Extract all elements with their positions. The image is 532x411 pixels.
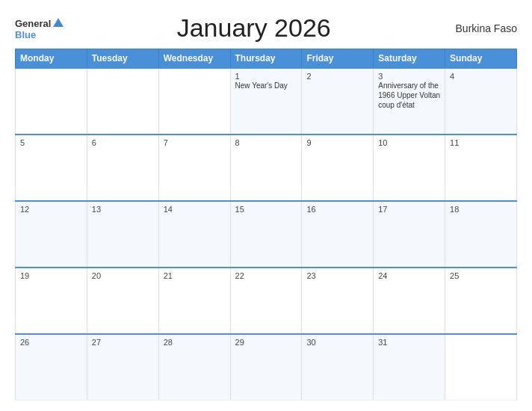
day-header-wednesday: Wednesday bbox=[158, 49, 230, 69]
day-header-monday: Monday bbox=[16, 49, 87, 69]
week-row-2: 12131415161718 bbox=[16, 201, 517, 268]
day-number: 28 bbox=[164, 338, 226, 347]
day-number: 21 bbox=[164, 271, 226, 280]
day-number: 13 bbox=[92, 205, 154, 214]
calendar-cell: 22 bbox=[230, 268, 302, 334]
calendar-cell: 6 bbox=[87, 135, 158, 201]
calendar-cell bbox=[158, 68, 230, 135]
calendar-cell: 21 bbox=[158, 268, 230, 334]
day-number: 5 bbox=[20, 138, 82, 147]
day-number: 31 bbox=[378, 338, 440, 347]
calendar-page: General Blue January 2026 Burkina Faso M… bbox=[0, 0, 532, 411]
calendar-table: MondayTuesdayWednesdayThursdayFridaySatu… bbox=[15, 49, 517, 401]
calendar-cell: 11 bbox=[445, 135, 517, 201]
week-row-1: 567891011 bbox=[16, 135, 517, 201]
calendar-cell: 12 bbox=[16, 201, 87, 268]
day-number: 17 bbox=[378, 205, 440, 214]
logo-general: General bbox=[15, 19, 51, 28]
week-row-3: 19202122232425 bbox=[16, 268, 517, 334]
day-number: 27 bbox=[92, 338, 154, 347]
calendar-title: January 2026 bbox=[65, 13, 442, 43]
day-number: 3 bbox=[378, 72, 440, 81]
header: General Blue January 2026 Burkina Faso bbox=[15, 13, 517, 43]
day-number: 30 bbox=[306, 338, 368, 347]
calendar-cell bbox=[445, 334, 517, 401]
calendar-cell bbox=[87, 68, 158, 135]
calendar-cell: 3Anniversary of the 1966 Upper Voltan co… bbox=[374, 68, 445, 135]
day-number: 2 bbox=[306, 72, 368, 81]
calendar-cell: 25 bbox=[445, 268, 517, 334]
calendar-cell: 5 bbox=[16, 135, 87, 201]
calendar-cell: 8 bbox=[230, 135, 302, 201]
calendar-cell: 31 bbox=[374, 334, 445, 401]
country-name: Burkina Faso bbox=[442, 22, 517, 34]
calendar-cell bbox=[16, 68, 87, 135]
logo: General Blue bbox=[15, 16, 65, 40]
day-number: 18 bbox=[450, 205, 512, 214]
calendar-cell: 16 bbox=[302, 201, 374, 268]
calendar-cell: 15 bbox=[230, 201, 302, 268]
calendar-cell: 30 bbox=[302, 334, 374, 401]
days-header-row: MondayTuesdayWednesdayThursdayFridaySatu… bbox=[16, 49, 517, 69]
calendar-cell: 23 bbox=[302, 268, 374, 334]
calendar-cell: 7 bbox=[158, 135, 230, 201]
day-number: 29 bbox=[235, 338, 297, 347]
day-number: 8 bbox=[235, 138, 297, 147]
week-row-0: 1New Year's Day23Anniversary of the 1966… bbox=[16, 68, 517, 135]
calendar-cell: 14 bbox=[158, 201, 230, 268]
holiday-label: Anniversary of the 1966 Upper Voltan cou… bbox=[378, 81, 440, 109]
day-number: 6 bbox=[92, 138, 154, 147]
day-number: 9 bbox=[306, 138, 368, 147]
day-number: 25 bbox=[450, 271, 512, 280]
calendar-cell: 17 bbox=[374, 201, 445, 268]
day-header-saturday: Saturday bbox=[374, 49, 445, 69]
calendar-cell: 19 bbox=[16, 268, 87, 334]
day-number: 23 bbox=[306, 271, 368, 280]
calendar-cell: 4 bbox=[445, 68, 517, 135]
calendar-cell: 10 bbox=[374, 135, 445, 201]
day-number: 14 bbox=[164, 205, 226, 214]
calendar-cell: 13 bbox=[87, 201, 158, 268]
day-header-tuesday: Tuesday bbox=[87, 49, 158, 69]
day-number: 20 bbox=[92, 271, 154, 280]
logo-icon bbox=[52, 16, 65, 30]
day-number: 1 bbox=[235, 72, 297, 81]
calendar-cell: 26 bbox=[16, 334, 87, 401]
day-number: 11 bbox=[450, 138, 512, 147]
calendar-cell: 18 bbox=[445, 201, 517, 268]
day-number: 4 bbox=[450, 72, 512, 81]
calendar-cell: 27 bbox=[87, 334, 158, 401]
week-row-4: 262728293031 bbox=[16, 334, 517, 401]
calendar-cell: 28 bbox=[158, 334, 230, 401]
day-number: 15 bbox=[235, 205, 297, 214]
calendar-cell: 1New Year's Day bbox=[230, 68, 302, 135]
day-number: 16 bbox=[306, 205, 368, 214]
day-header-sunday: Sunday bbox=[445, 49, 517, 69]
calendar-cell: 2 bbox=[302, 68, 374, 135]
day-number: 26 bbox=[20, 338, 82, 347]
calendar-cell: 24 bbox=[374, 268, 445, 334]
calendar-cell: 20 bbox=[87, 268, 158, 334]
day-number: 19 bbox=[20, 271, 82, 280]
day-number: 7 bbox=[164, 138, 226, 147]
calendar-cell: 29 bbox=[230, 334, 302, 401]
calendar-cell: 9 bbox=[302, 135, 374, 201]
day-number: 12 bbox=[20, 205, 82, 214]
day-number: 22 bbox=[235, 271, 297, 280]
logo-blue: Blue bbox=[15, 30, 65, 40]
day-number: 10 bbox=[378, 138, 440, 147]
day-header-friday: Friday bbox=[302, 49, 374, 69]
holiday-label: New Year's Day bbox=[235, 81, 288, 90]
day-number: 24 bbox=[378, 271, 440, 280]
day-header-thursday: Thursday bbox=[230, 49, 302, 69]
